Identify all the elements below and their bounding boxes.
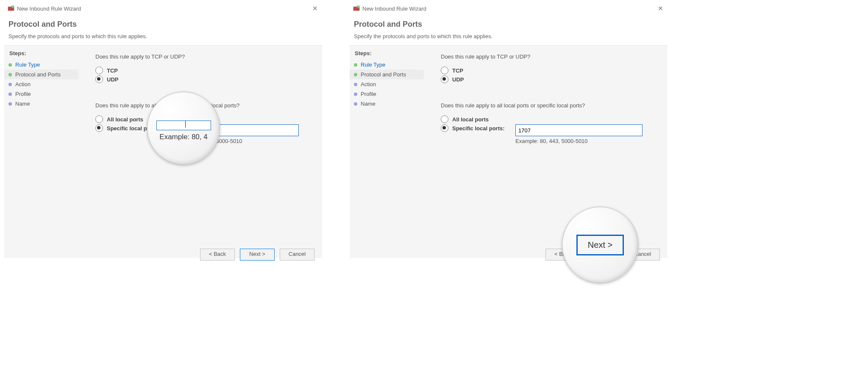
- step-protocol-and-ports[interactable]: Protocol and Ports: [4, 70, 78, 79]
- step-label: Action: [361, 81, 376, 87]
- radio-icon: [441, 115, 448, 123]
- protocol-question: Does this rule apply to TCP or UDP?: [95, 53, 309, 60]
- step-label: Action: [15, 81, 31, 87]
- button-bar: < Back Next > Cancel: [200, 249, 314, 261]
- radio-label: TCP: [107, 67, 118, 74]
- page-title: Protocol and Ports: [354, 20, 668, 29]
- firewall-icon: [353, 5, 360, 12]
- step-dot-icon: [354, 63, 357, 67]
- page-title: Protocol and Ports: [8, 20, 322, 29]
- step-dot-icon: [8, 63, 12, 67]
- back-button[interactable]: < Back: [200, 249, 235, 261]
- next-button[interactable]: Next >: [240, 249, 275, 261]
- step-action[interactable]: Action: [4, 79, 78, 89]
- step-dot-icon: [8, 102, 12, 106]
- step-rule-type[interactable]: Rule Type: [350, 60, 424, 70]
- cancel-button[interactable]: Cancel: [280, 249, 314, 261]
- step-protocol-and-ports[interactable]: Protocol and Ports: [350, 70, 424, 79]
- step-label: Profile: [361, 91, 376, 97]
- step-label: Protocol and Ports: [361, 71, 406, 78]
- magnifier-next-button: Next >: [576, 235, 624, 255]
- step-dot-icon: [354, 83, 357, 86]
- radio-label: All local ports: [452, 116, 489, 123]
- step-label: Protocol and Ports: [15, 71, 61, 78]
- radio-tcp[interactable]: TCP: [441, 67, 654, 74]
- protocol-question: Does this rule apply to TCP or UDP?: [441, 53, 654, 60]
- radio-label: UDP: [107, 76, 118, 83]
- step-label: Rule Type: [361, 62, 385, 68]
- steps-sidebar: Steps: Rule Type Protocol and Ports Acti…: [350, 46, 424, 258]
- radio-label: All local ports: [107, 116, 143, 123]
- radio-icon: [441, 76, 448, 83]
- step-dot-icon: [8, 92, 12, 96]
- magnifier-input-box: [156, 121, 211, 130]
- step-action[interactable]: Action: [350, 79, 424, 89]
- steps-header: Steps:: [350, 50, 424, 60]
- step-dot-icon: [354, 73, 357, 76]
- specific-ports-input[interactable]: [515, 124, 643, 136]
- ports-question: Does this rule apply to all local ports …: [441, 102, 654, 109]
- titlebar: New Inbound Rule Wizard ✕: [4, 2, 322, 15]
- svg-point-7: [357, 6, 359, 8]
- step-dot-icon: [354, 102, 357, 106]
- radio-tcp[interactable]: TCP: [95, 67, 309, 74]
- steps-header: Steps:: [4, 50, 78, 60]
- radio-icon: [95, 76, 103, 83]
- step-dot-icon: [8, 83, 12, 86]
- step-label: Name: [15, 101, 30, 107]
- magnifier-input: Example: 80, 4: [147, 92, 220, 165]
- steps-sidebar: Steps: Rule Type Protocol and Ports Acti…: [4, 46, 78, 258]
- magnifier-example-crop: Example: 80, 4: [156, 133, 211, 141]
- radio-icon: [441, 67, 448, 74]
- step-name[interactable]: Name: [4, 99, 78, 109]
- radio-udp[interactable]: UDP: [95, 76, 309, 83]
- radio-label: UDP: [452, 76, 464, 83]
- svg-point-3: [11, 6, 14, 8]
- radio-icon: [95, 115, 103, 123]
- step-dot-icon: [8, 73, 12, 76]
- step-label: Profile: [15, 91, 31, 97]
- step-name[interactable]: Name: [350, 99, 424, 109]
- radio-icon: [95, 67, 103, 74]
- step-dot-icon: [354, 92, 357, 96]
- step-label: Rule Type: [15, 62, 40, 68]
- caret-icon: [185, 121, 186, 128]
- radio-label: Specific local ports:: [452, 125, 505, 132]
- radio-label: TCP: [452, 67, 463, 74]
- window-title: New Inbound Rule Wizard: [362, 6, 426, 12]
- page-description: Specify the protocols and ports to which…: [8, 33, 322, 39]
- radio-udp[interactable]: UDP: [441, 76, 654, 83]
- step-rule-type[interactable]: Rule Type: [4, 60, 78, 70]
- firewall-icon: [8, 5, 14, 12]
- radio-icon: [441, 124, 448, 132]
- radio-all-ports[interactable]: All local ports: [441, 115, 654, 123]
- page-description: Specify the protocols and ports to which…: [354, 33, 668, 39]
- step-label: Name: [361, 101, 376, 107]
- step-profile[interactable]: Profile: [350, 89, 424, 99]
- radio-specific-ports[interactable]: Specific local ports:: [441, 124, 515, 132]
- ports-example: Example: 80, 443, 5000-5010: [515, 138, 643, 144]
- close-icon[interactable]: ✕: [310, 4, 320, 13]
- window-title: New Inbound Rule Wizard: [17, 6, 81, 12]
- close-icon[interactable]: ✕: [656, 4, 665, 13]
- step-profile[interactable]: Profile: [4, 89, 78, 99]
- radio-icon: [95, 124, 103, 132]
- magnifier-next: Next >: [562, 207, 638, 283]
- titlebar: New Inbound Rule Wizard ✕: [350, 2, 668, 15]
